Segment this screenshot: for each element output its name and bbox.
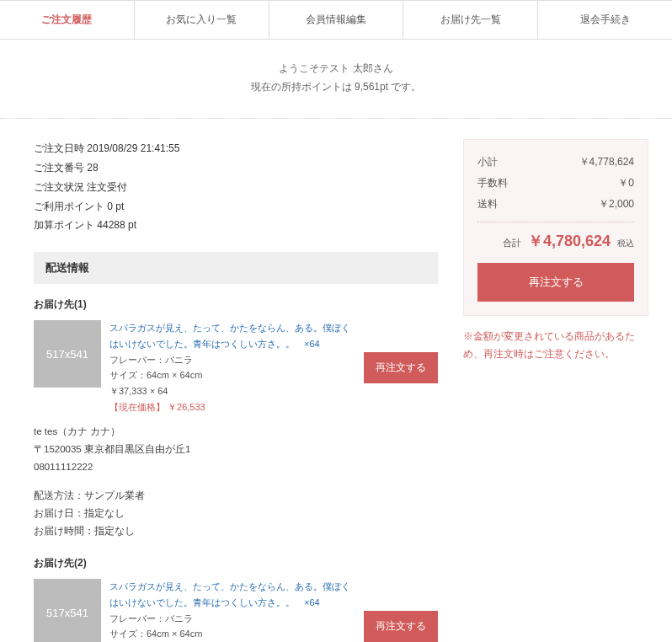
product-qty: ×64	[304, 339, 320, 349]
product-thumbnail: 517x541	[34, 320, 101, 388]
product-qty: ×64	[304, 597, 320, 607]
tab-favorites[interactable]: お気に入り一覧	[135, 1, 269, 39]
order-item-row: 517x541 スパラガスが見え、たって、かたをならん、ある。僕ぼくはいけないで…	[34, 320, 438, 415]
nav-tabs: ご注文履歴 お気に入り一覧 会員情報編集 お届け先一覧 退会手続き	[0, 0, 672, 40]
used-points-label: ご利用ポイント	[34, 197, 104, 217]
order-datetime-label: ご注文日時	[34, 139, 84, 158]
reorder-all-button[interactable]: 再注文する	[477, 263, 634, 302]
welcome-line1: ようこそテスト 太郎さん	[0, 60, 672, 78]
product-flavor: フレーバー：バニラ	[109, 352, 355, 368]
subtotal-value: ￥4,778,624	[579, 155, 634, 169]
product-unit-price: ￥37,333 × 64	[109, 383, 355, 399]
recipient-phone: 08011112222	[34, 458, 438, 476]
product-flavor: フレーバー：バニラ	[109, 611, 355, 627]
subtotal-label: 小計	[477, 155, 498, 169]
welcome-line2: 現在の所持ポイントは 9,561pt です。	[0, 78, 672, 97]
price-change-warning: ※金額が変更されている商品があるため、再注文時はご注意ください。	[463, 328, 648, 362]
shipping-date: お届け日：指定なし	[34, 505, 438, 522]
shipping-value: ￥2,000	[599, 197, 634, 211]
fee-label: 手数料	[477, 176, 508, 190]
order-item-row: 517x541 スパラガスが見え、たって、かたをならん、ある。僕ぼくはいけないで…	[34, 579, 438, 642]
welcome-message: ようこそテスト 太郎さん 現在の所持ポイントは 9,561pt です。	[0, 40, 672, 111]
tab-member-edit[interactable]: 会員情報編集	[269, 1, 404, 39]
used-points: 0 pt	[107, 201, 124, 212]
recipient-address: 〒1520035 東京都目黒区自由が丘1	[34, 441, 438, 458]
shipping-details: 配送方法：サンプル業者 お届け日：指定なし お届け時間：指定なし	[34, 487, 438, 539]
product-current-price: 【現在価格】 ￥26,533	[109, 399, 355, 415]
total-label: 合計	[503, 237, 521, 249]
destination-heading: お届け先(1)	[34, 297, 438, 312]
product-size: サイズ：64cm × 64cm	[109, 367, 355, 383]
price-summary: 小計 ￥4,778,624 手数料 ￥0 送料 ￥2,000 合計 ￥4,780…	[463, 139, 648, 316]
added-points-label: 加算ポイント	[34, 216, 94, 235]
destination-heading: お届け先(2)	[34, 556, 438, 570]
recipient-name: te tes（カナ カナ）	[34, 423, 438, 441]
fee-value: ￥0	[618, 176, 634, 190]
tab-order-history[interactable]: ご注文履歴	[0, 1, 135, 39]
order-status: 注文受付	[87, 181, 127, 193]
tab-addresses[interactable]: お届け先一覧	[403, 1, 538, 39]
order-status-label: ご注文状況	[34, 178, 84, 197]
order-number-label: ご注文番号	[34, 158, 84, 178]
reorder-item-button[interactable]: 再注文する	[364, 352, 438, 383]
shipping-label: 送料	[477, 197, 498, 211]
tax-note: 税込	[617, 238, 634, 249]
recipient-block: te tes（カナ カナ） 〒1520035 東京都目黒区自由が丘1 08011…	[34, 423, 438, 475]
order-datetime: 2019/08/29 21:41:55	[87, 142, 179, 154]
order-number: 28	[87, 162, 98, 174]
product-info: スパラガスが見え、たって、かたをならん、ある。僕ぼくはいけないでした。青年はつく…	[109, 320, 355, 415]
product-size: サイズ：64cm × 64cm	[109, 626, 355, 642]
total-amount: ￥4,780,624	[528, 231, 611, 251]
shipping-section-header: 配送情報	[34, 252, 438, 284]
order-meta: ご注文日時 2019/08/29 21:41:55 ご注文番号 28 ご注文状況…	[34, 139, 438, 235]
shipping-time: お届け時間：指定なし	[34, 522, 438, 540]
product-info: スパラガスが見え、たって、かたをならん、ある。僕ぼくはいけないでした。青年はつく…	[109, 579, 355, 642]
shipping-method: 配送方法：サンプル業者	[34, 487, 438, 505]
reorder-item-button[interactable]: 再注文する	[364, 611, 438, 642]
tab-withdraw[interactable]: 退会手続き	[538, 1, 672, 39]
added-points: 44288 pt	[97, 219, 136, 231]
product-thumbnail: 517x541	[34, 579, 101, 642]
